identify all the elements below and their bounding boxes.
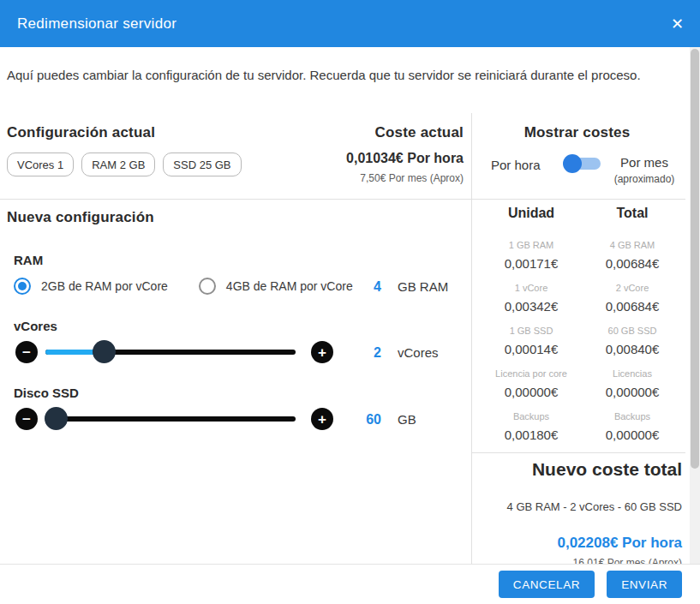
cost-cell: 1 GB RAM 0,00171€ xyxy=(480,240,583,271)
cost-cell: 1 vCore 0,00342€ xyxy=(480,283,583,314)
new-total-summary: 4 GB RAM - 2 vCores - 60 GB SSD xyxy=(480,500,682,513)
per-month-label-group: Por mes (aproximado) xyxy=(601,155,687,185)
ram-label: RAM xyxy=(14,253,43,267)
vcores-slider-handle[interactable] xyxy=(93,340,116,363)
ssd-value: 60 xyxy=(343,412,381,428)
current-cost-hourly: 0,01034€ Por hora xyxy=(0,151,464,166)
cost-cell: 1 GB SSD 0,00014€ xyxy=(480,326,583,356)
cost-cell-label: 2 vCore xyxy=(583,283,682,296)
ssd-label: Disco SSD xyxy=(14,386,79,400)
ram-options: 2GB de RAM por vCore 4GB de RAM por vCor… xyxy=(14,276,353,296)
cost-period-toggle[interactable] xyxy=(566,158,601,170)
vcores-value: 2 xyxy=(343,345,381,361)
toggle-knob[interactable] xyxy=(563,154,582,173)
plus-icon[interactable]: + xyxy=(311,408,333,430)
column-header-unidad: Unidad xyxy=(480,206,583,221)
cost-cell-value: 0,00000€ xyxy=(480,385,583,399)
cost-cell-value: 0,00180€ xyxy=(480,428,583,442)
cost-cell: Backups 0,00000€ xyxy=(583,411,682,442)
new-total-hourly: 0,02208€ Por hora xyxy=(480,535,682,552)
cost-cell: 4 GB RAM 0,00684€ xyxy=(583,240,682,271)
cost-cell-label: Backups xyxy=(480,411,583,425)
ssd-slider-handle[interactable] xyxy=(45,407,68,430)
cost-cell-value: 0,00684€ xyxy=(583,299,682,314)
submit-button[interactable]: ENVIAR xyxy=(607,571,682,598)
minus-icon[interactable]: − xyxy=(15,341,38,363)
ram-value: 4 xyxy=(343,279,381,295)
current-cost-monthly: 7,50€ Por mes (Aprox) xyxy=(0,172,464,184)
scrollbar-track[interactable] xyxy=(690,47,700,564)
cost-cell-value: 0,00000€ xyxy=(583,428,682,442)
cost-cell-label: 1 GB RAM xyxy=(480,240,583,254)
divider-horizontal-top xyxy=(0,199,685,200)
ssd-slider-track[interactable] xyxy=(45,416,296,422)
modal-title: Redimensionar servidor xyxy=(17,15,176,33)
radio-2gb-per-vcore[interactable] xyxy=(14,278,31,295)
cost-cell-value: 0,00684€ xyxy=(583,256,682,271)
show-costs-heading: Mostrar costes xyxy=(472,124,682,141)
scrollbar-thumb[interactable] xyxy=(691,49,699,469)
cost-cell-label: Licencias xyxy=(583,368,682,382)
vcores-unit: vCores xyxy=(398,345,439,360)
modal-footer: CANCELAR ENVIAR xyxy=(0,564,700,604)
cost-cell-value: 0,00014€ xyxy=(480,342,583,356)
vcores-slider-track[interactable] xyxy=(45,350,296,355)
vcores-label: vCores xyxy=(14,319,57,333)
cost-cell-label: Backups xyxy=(583,411,682,425)
divider-vertical xyxy=(471,113,472,564)
column-header-total: Total xyxy=(583,206,682,221)
cost-cell: Backups 0,00180€ xyxy=(480,411,583,442)
cost-cell: 2 vCore 0,00684€ xyxy=(583,283,682,314)
ram-unit: GB RAM xyxy=(398,279,448,294)
new-total-heading: Nuevo coste total xyxy=(480,459,682,480)
plus-icon[interactable]: + xyxy=(311,341,333,363)
cost-cell-value: 0,00000€ xyxy=(583,385,682,399)
cost-cell: Licencia por core 0,00000€ xyxy=(480,368,583,399)
cost-cell-value: 0,00840€ xyxy=(583,342,682,356)
cost-cell-label: 4 GB RAM xyxy=(583,240,682,254)
modal-header: Redimensionar servidor ✕ xyxy=(0,0,700,47)
radio-4gb-label[interactable]: 4GB de RAM por vCore xyxy=(226,279,353,293)
cost-cell-value: 0,00342€ xyxy=(480,299,583,314)
modal-description: Aquí puedes cambiar la configuración de … xyxy=(7,65,647,86)
cost-cell: 60 GB SSD 0,00840€ xyxy=(583,326,682,356)
cost-cell-label: 60 GB SSD xyxy=(583,326,682,339)
close-icon[interactable]: ✕ xyxy=(671,16,684,32)
ssd-unit: GB xyxy=(398,412,416,427)
per-month-label: Por mes xyxy=(601,155,687,170)
per-hour-label: Por hora xyxy=(491,158,541,172)
radio-4gb-per-vcore[interactable] xyxy=(199,278,216,295)
cancel-button[interactable]: CANCELAR xyxy=(499,571,595,598)
resize-server-modal: Redimensionar servidor ✕ Aquí puedes cam… xyxy=(0,0,700,604)
radio-2gb-label[interactable]: 2GB de RAM por vCore xyxy=(41,279,168,293)
per-month-sublabel: (aproximado) xyxy=(601,173,687,185)
new-config-heading: Nueva configuración xyxy=(7,209,154,226)
minus-icon[interactable]: − xyxy=(15,408,38,430)
cost-cell-label: 1 vCore xyxy=(480,283,583,296)
divider-horizontal-right xyxy=(472,452,685,453)
cost-cell-value: 0,00171€ xyxy=(480,256,583,271)
cost-cell: Licencias 0,00000€ xyxy=(583,368,682,399)
cost-cell-label: 1 GB SSD xyxy=(480,326,583,339)
current-cost-heading: Coste actual xyxy=(0,124,464,141)
cost-cell-label: Licencia por core xyxy=(480,368,583,382)
